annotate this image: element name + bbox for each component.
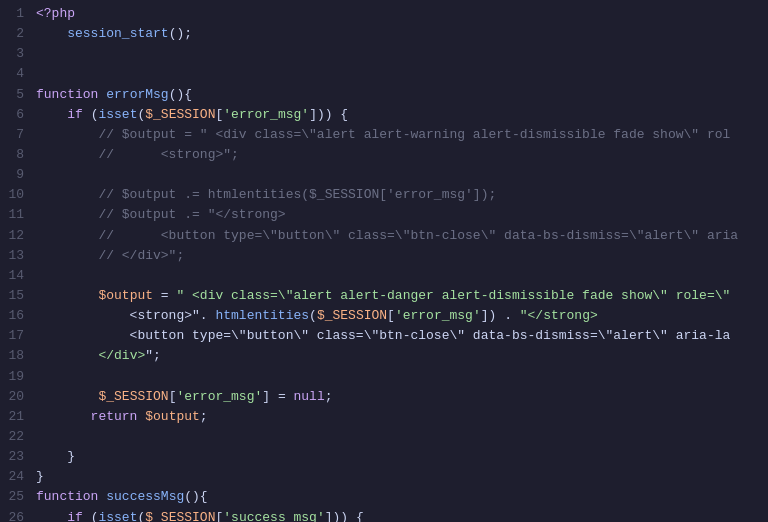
line-23: 23 } <box>0 447 768 467</box>
line-19: 19 <box>0 367 768 387</box>
line-7: 7 // $output = " <div class=\"alert aler… <box>0 125 768 145</box>
line-6: 6 if (isset($_SESSION['error_msg'])) { <box>0 105 768 125</box>
line-5: 5 function errorMsg(){ <box>0 85 768 105</box>
line-22: 22 <box>0 427 768 447</box>
line-12: 12 // <button type=\"button\" class=\"bt… <box>0 226 768 246</box>
line-3: 3 <box>0 44 768 64</box>
line-14: 14 <box>0 266 768 286</box>
code-editor: 1 <?php 2 session_start(); 3 4 5 functio… <box>0 0 768 522</box>
line-1: 1 <?php <box>0 4 768 24</box>
line-10: 10 // $output .= htmlentities($_SESSION[… <box>0 185 768 205</box>
line-15: 15 $output = " <div class=\"alert alert-… <box>0 286 768 306</box>
line-8: 8 // <strong>"; <box>0 145 768 165</box>
line-21: 21 return $output; <box>0 407 768 427</box>
line-4: 4 <box>0 64 768 84</box>
line-9: 9 <box>0 165 768 185</box>
line-20: 20 $_SESSION['error_msg'] = null; <box>0 387 768 407</box>
line-16: 16 <strong>". htmlentities($_SESSION['er… <box>0 306 768 326</box>
line-24: 24 } <box>0 467 768 487</box>
line-2: 2 session_start(); <box>0 24 768 44</box>
line-18: 18 </div>"; <box>0 346 768 366</box>
line-25: 25 function successMsg(){ <box>0 487 768 507</box>
line-11: 11 // $output .= "</strong> <box>0 205 768 225</box>
line-13: 13 // </div>"; <box>0 246 768 266</box>
line-26: 26 if (isset($_SESSION['success_msg'])) … <box>0 508 768 522</box>
line-17: 17 <button type=\"button\" class=\"btn-c… <box>0 326 768 346</box>
